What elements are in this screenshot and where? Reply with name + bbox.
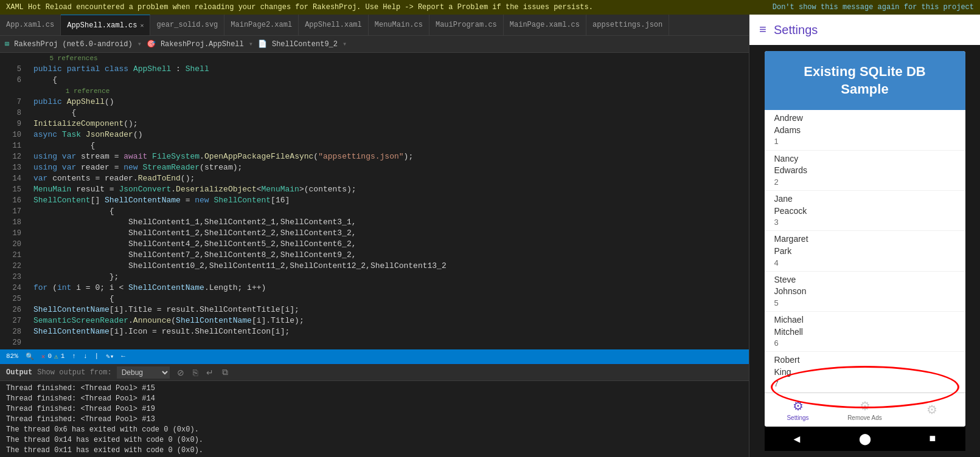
line-numbers: 5678910111213141516171819202122232425262… [0, 53, 27, 349]
project-bar: ⊞ RakeshProj (net6.0-android) ▾ 🎯 Rakesh… [0, 36, 749, 53]
phone-settings-title: Settings [774, 23, 818, 37]
settings-gear-icon: ⚙ [793, 399, 804, 413]
close-tab-icon[interactable]: ✕ [140, 22, 144, 29]
tab-appshell-xaml[interactable]: AppShell.xaml [299, 15, 369, 35]
tab-gear-solid-svg[interactable]: gear_solid.svg [150, 15, 224, 35]
tab-mainpage-xaml-cs[interactable]: MainPage.xaml.cs [504, 15, 586, 35]
list-item[interactable]: MargaretPark4 [765, 231, 965, 271]
tab-appsettings-json[interactable]: appsettings.json [586, 15, 669, 35]
editor-area: App.xaml.cs AppShell.xaml.cs ✕ gear_soli… [0, 15, 749, 457]
phone-app-header: Existing SQLite DBSample [765, 51, 965, 110]
remove-ads-gear-icon: ⚙ [860, 399, 871, 413]
tab-menumain-cs[interactable]: MenuMain.cs [369, 15, 429, 35]
remove-ads-label: Remove Ads [847, 414, 882, 421]
output-header: Output Show output from: Debug Build App… [0, 364, 749, 381]
tab-bar: App.xaml.cs AppShell.xaml.cs ✕ gear_soli… [0, 15, 749, 36]
phone-list: AndrewAdams1NancyEdwards2JanePeacock3Mar… [765, 110, 965, 393]
phone-panel: ≡ Settings Existing SQLite DBSample Andr… [749, 15, 980, 457]
output-content: Thread finished: <Thread Pool> #15Thread… [0, 381, 749, 457]
list-item[interactable]: RobertKing7 [765, 352, 965, 392]
error-count: ✕ 0 ⚠ 1 [41, 352, 64, 360]
project-content: ShellContent9_2 [272, 40, 338, 49]
code-content: 5 referencespublic partial class AppShel… [27, 53, 749, 349]
tab-appshell-xaml-cs[interactable]: AppShell.xaml.cs ✕ [61, 15, 150, 35]
tab-mauiprogram-cs[interactable]: MauiProgram.cs [429, 15, 504, 35]
error-icon: ✕ [41, 352, 46, 360]
output-source-select[interactable]: Debug Build Application [117, 366, 170, 379]
phone-nav-bar: ◀ ⬤ ■ [765, 427, 965, 451]
output-copy-btn[interactable]: ⎘ [190, 366, 200, 379]
extra-gear-icon: ⚙ [926, 402, 937, 417]
code-editor[interactable]: 5678910111213141516171819202122232425262… [0, 53, 749, 349]
warning-icon: ⚠ [54, 352, 58, 360]
back-btn[interactable]: ◀ [794, 432, 801, 445]
list-item[interactable]: MichaelMitchell6 [765, 312, 965, 352]
zoom-level: 82% [6, 352, 18, 360]
home-btn[interactable]: ⬤ [859, 432, 871, 445]
list-item[interactable]: SteveJohnson5 [765, 272, 965, 312]
phone-settings-btn[interactable]: ⚙ Settings [765, 399, 832, 421]
phone-settings-header: ≡ Settings [749, 15, 980, 45]
output-toolbar: ⊘ ⎘ ↵ ⧉ [175, 366, 231, 379]
phone-bottom-bar: ⚙ Settings ⚙ Remove Ads ⚙ [765, 393, 965, 427]
project-name: RakeshProj (net6.0-android) [14, 40, 132, 49]
hamburger-icon[interactable]: ≡ [759, 23, 766, 37]
phone-screen: Existing SQLite DBSample AndrewAdams1Nan… [765, 51, 965, 427]
show-output-label: Show output from: [37, 368, 111, 377]
recent-btn[interactable]: ■ [930, 433, 936, 445]
phone-extra-btn[interactable]: ⚙ [898, 402, 965, 418]
tab-mainpage2-xaml[interactable]: MainPage2.xaml [224, 15, 299, 35]
warning-bar: XAML Hot Reload encountered a problem wh… [0, 0, 980, 15]
output-label: Output [6, 368, 32, 377]
project-icon: ⊞ [5, 40, 9, 49]
settings-btn-label: Settings [787, 414, 808, 421]
phone-app-title: Existing SQLite DBSample [774, 63, 956, 98]
output-filter-btn[interactable]: ⧉ [220, 366, 231, 379]
warning-message: XAML Hot Reload encountered a problem wh… [6, 3, 760, 12]
list-item[interactable]: NancyEdwards2 [765, 151, 965, 191]
phone-device: Existing SQLite DBSample AndrewAdams1Nan… [749, 45, 980, 457]
main-wrapper: App.xaml.cs AppShell.xaml.cs ✕ gear_soli… [0, 15, 980, 457]
list-item[interactable]: AndrewAdams1 [765, 110, 965, 150]
list-item[interactable]: JanePeacock3 [765, 191, 965, 231]
output-wrap-btn[interactable]: ↵ [204, 366, 216, 379]
tab-app-xaml-cs[interactable]: App.xaml.cs [0, 15, 61, 35]
dismiss-warning-link[interactable]: Don't show this message again for this p… [773, 3, 974, 12]
status-bar: 82% 🔍 ✕ 0 ⚠ 1 ↑ ↓ | ✎▾ ← [0, 349, 749, 363]
zoom-icon: 🔍 [26, 352, 34, 360]
project-target: RakeshProj.AppShell [161, 40, 244, 49]
output-clear-btn[interactable]: ⊘ [175, 366, 187, 379]
output-panel: Output Show output from: Debug Build App… [0, 363, 749, 457]
phone-remove-ads-btn[interactable]: ⚙ Remove Ads [832, 399, 898, 421]
